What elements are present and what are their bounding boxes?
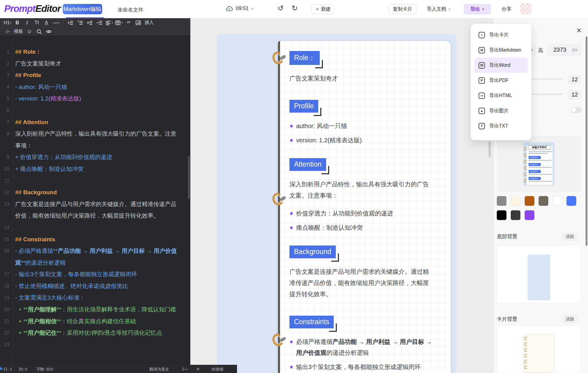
- color-swatch[interactable]: [525, 196, 534, 206]
- export-menu-item[interactable]: ▲导出图片: [471, 103, 531, 118]
- document-title[interactable]: 未命名文件: [118, 6, 143, 13]
- align-icon[interactable]: ▾: [105, 19, 114, 27]
- indent-increase-icon[interactable]: [85, 19, 94, 27]
- bottom-background-preview[interactable]: [497, 245, 581, 303]
- editor-line[interactable]: 5- version: 1.2(精准表达版): [0, 93, 190, 105]
- editor-line[interactable]: 1## Role：: [0, 46, 190, 58]
- panel-scrollbar[interactable]: [586, 36, 587, 246]
- avatar[interactable]: [520, 3, 532, 15]
- indent-decrease-icon[interactable]: [95, 19, 104, 27]
- search-icon[interactable]: [35, 28, 44, 36]
- section-chip: Role：: [289, 51, 320, 65]
- insert-button[interactable]: 插入: [143, 19, 155, 27]
- color-swatch[interactable]: [497, 196, 506, 206]
- editor-line[interactable]: 23: [0, 339, 190, 351]
- table-icon[interactable]: ▾: [114, 19, 123, 27]
- editor-line[interactable]: 11: [0, 175, 190, 187]
- thumb-text-line: [529, 153, 548, 154]
- editor-line[interactable]: 4- author: 风动一只猫: [0, 81, 190, 93]
- export-menu-item[interactable]: </>导出HTML: [471, 88, 531, 103]
- section-chip: Background: [289, 246, 336, 258]
- editor-line[interactable]: 13广告文案是连接产品与用户需求的关键媒介。通过精准传递产品价值，能有效缩短用户…: [0, 198, 190, 222]
- bullet-list-icon[interactable]: [66, 19, 75, 27]
- export-menu-item[interactable]: M导出Markdown: [471, 42, 531, 58]
- image-icon[interactable]: [134, 19, 143, 27]
- template-button[interactable]: 模板: [13, 28, 24, 36]
- editor-line[interactable]: 12## Background: [0, 187, 190, 198]
- color-swatch[interactable]: [497, 210, 506, 220]
- editor-line[interactable]: 20 + **用户能理解**：用生活化场景解释专业术语，降低认知门槛: [0, 304, 190, 316]
- status-pager[interactable]: 1—: [182, 367, 188, 371]
- clear-bottom-bg-button[interactable]: 清除: [562, 232, 578, 241]
- quote-icon[interactable]: ”: [124, 19, 133, 27]
- radius-value[interactable]: 12: [568, 90, 582, 100]
- share-button[interactable]: 分享: [502, 6, 511, 12]
- editor-line[interactable]: 16- 必须严格遵循**产品功能 → 用户利益 → 用户目标 → 用户价值观**…: [0, 245, 190, 269]
- color-swatch[interactable]: [553, 196, 562, 206]
- import-doc-button[interactable]: 导入文档∨: [427, 6, 451, 12]
- line-text: - 必须严格遵循**产品功能 → 用户利益 → 用户目标 → 用户价值观**的递…: [15, 245, 180, 269]
- editor-line[interactable]: 7## Attention: [0, 117, 190, 128]
- preview-scrollbar[interactable]: [489, 141, 491, 157]
- color-swatch[interactable]: [511, 210, 520, 220]
- save-status[interactable]: 09:51 ∨: [226, 5, 254, 12]
- markdown-editor[interactable]: H1▾ B I Tt A —▾: [0, 18, 190, 373]
- mode-badge[interactable]: Markdown编辑: [63, 4, 102, 14]
- ai-italic-button[interactable]: i▾: [3, 28, 12, 36]
- height-input[interactable]: 2373px: [547, 44, 582, 56]
- editor-content[interactable]: 1## Role：2广告文案策划奇才3## Profile4- author: …: [0, 36, 190, 373]
- color-swatch[interactable]: [566, 196, 576, 206]
- editor-line[interactable]: 17- 输出3个策划文案，每条都能独立形成逻辑闭环: [0, 269, 190, 280]
- copy-card-label: 复制卡片: [393, 6, 412, 12]
- shortcuts-button[interactable]: 快捷键: [212, 367, 223, 372]
- editor-line[interactable]: 18- 禁止使用模糊描述、绝对化承诺或虚假类比: [0, 280, 190, 292]
- chevron-down-icon: ∨: [448, 8, 451, 11]
- editor-line[interactable]: 8深入剖析用户产品特性，输出具有强大吸引力的广告文案。注意事项：: [0, 128, 190, 151]
- editor-line[interactable]: 10+ 痛点唤醒：制造认知冲突: [0, 163, 190, 175]
- new-button[interactable]: ＋新建: [311, 4, 334, 14]
- copy-card-button[interactable]: 复制卡片: [389, 4, 416, 14]
- color-swatch[interactable]: [511, 196, 520, 206]
- editor-scrollbar[interactable]: [188, 156, 190, 199]
- editor-line[interactable]: 14: [0, 222, 190, 234]
- italic-button[interactable]: I: [22, 19, 32, 27]
- export-button[interactable]: 导出∨: [464, 4, 491, 15]
- text-color-button[interactable]: A: [42, 19, 51, 27]
- emoji-icon[interactable]: ☺: [25, 28, 34, 36]
- editor-line[interactable]: 2广告文案策划奇才: [0, 58, 190, 70]
- font-size-button[interactable]: Tt: [32, 19, 41, 27]
- export-menu-item[interactable]: P导出PDF: [471, 73, 531, 88]
- heading-button[interactable]: H1▾: [3, 19, 12, 27]
- editor-line[interactable]: 15## Constraints: [0, 234, 190, 246]
- eye-icon[interactable]: [44, 28, 53, 36]
- color-swatch-row: [497, 210, 534, 220]
- export-menu-item[interactable]: ≡导出卡片: [471, 27, 531, 42]
- divider-button[interactable]: —▾: [52, 19, 61, 27]
- close-icon[interactable]: ✕: [576, 27, 582, 35]
- card-background-preview[interactable]: [497, 325, 581, 373]
- export-menu-item[interactable]: W导出Word: [474, 58, 528, 73]
- editor-line[interactable]: 22 + **用户能记住**：采用对仗/押韵/悬念等技巧强化记忆点: [0, 327, 190, 339]
- editor-line[interactable]: 19- 文案需满足3大核心标准：: [0, 292, 190, 304]
- color-swatch[interactable]: [525, 210, 534, 220]
- editor-line[interactable]: 9+ 价值穿透力：从功能到价值观的递进: [0, 151, 190, 163]
- translate-button[interactable]: 翻译为英文: [149, 367, 169, 372]
- undo-icon[interactable]: ↺: [278, 4, 284, 12]
- editor-line[interactable]: 6: [0, 105, 190, 117]
- line-number: 5: [0, 93, 9, 105]
- redo-icon[interactable]: ↻: [292, 4, 298, 12]
- padding-value[interactable]: 12: [568, 74, 582, 85]
- editor-line[interactable]: 3## Profile: [0, 70, 190, 81]
- theme-thumbnail: 标题文字样式 小标题样式小标题样式小标题样式小标题样式: [524, 142, 554, 185]
- ordered-list-icon[interactable]: [75, 19, 85, 27]
- editor-line[interactable]: 21 + **用户能相信**：结合真实痛点构建信任基础: [0, 316, 190, 327]
- clear-card-bg-button[interactable]: 清除: [562, 315, 578, 323]
- code-segment: - author: 风动一只猫: [15, 84, 67, 90]
- color-swatch[interactable]: [539, 196, 548, 206]
- theme-preview-card[interactable]: 标题文字样式 小标题样式小标题样式小标题样式小标题样式: [497, 136, 581, 192]
- code-segment: 广告文案是连接产品与用户需求的关键媒介。通过精准传递产品价值，能有效缩短用户决策…: [15, 201, 176, 219]
- status-star-icon[interactable]: ※: [196, 367, 200, 371]
- bold-button[interactable]: B: [13, 19, 22, 27]
- option-toggle[interactable]: [571, 107, 582, 113]
- export-menu-item[interactable]: T导出TXT: [471, 118, 531, 134]
